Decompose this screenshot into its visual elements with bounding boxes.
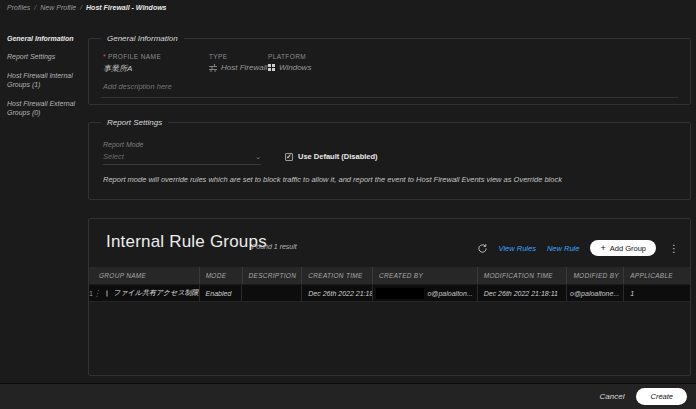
platform-field: Platform Windows <box>268 53 311 72</box>
row-checkbox[interactable] <box>106 290 108 297</box>
header-description[interactable]: Description <box>242 267 302 284</box>
creation-time-value: Dec 26th 2022 21:18:11 <box>301 285 372 301</box>
host-firewall-icon <box>209 64 217 72</box>
created-by-value: o@paloalton... <box>427 290 472 297</box>
general-information-section: General Information *Profile Name 事業所A T… <box>88 38 691 105</box>
sidebar-item-general-information[interactable]: General Information <box>7 34 93 43</box>
drag-handle-icon[interactable]: ⋮ <box>93 289 101 298</box>
cancel-button[interactable]: Cancel <box>600 392 625 401</box>
footer-action-bar: Cancel Create <box>0 383 696 409</box>
sidebar-item-internal-groups[interactable]: Host Firewall Internal Groups (1) <box>7 71 93 90</box>
sync-icon[interactable] <box>477 243 488 254</box>
header-applicable[interactable]: Applicable <box>623 267 690 284</box>
modification-time-value: Dec 26th 2022 21:18:11 <box>477 285 567 301</box>
profile-name-field: *Profile Name 事業所A <box>103 53 161 74</box>
sidebar: General Information Report Settings Host… <box>7 34 93 127</box>
applicable-value: 1 <box>623 285 690 301</box>
view-rules-link[interactable]: View Rules <box>499 244 536 253</box>
type-label: Type <box>209 53 267 60</box>
description-underline <box>101 97 678 98</box>
header-created-by[interactable]: Created By <box>372 267 477 284</box>
platform-label: Platform <box>268 53 311 60</box>
platform-value: Windows <box>279 63 311 72</box>
breadcrumb-separator: / <box>34 4 36 11</box>
rule-groups-toolbar: View Rules New Rule + Add Group ⋮ <box>477 240 681 256</box>
header-creation-time[interactable]: Creation Time <box>301 267 372 284</box>
sidebar-item-report-settings[interactable]: Report Settings <box>7 52 93 61</box>
profile-name-label: Profile Name <box>108 53 161 60</box>
report-mode-select[interactable]: Select ⌄ <box>103 152 261 165</box>
table-row[interactable]: 1 ⋮ ファイル共有アクセス制限 Enabled Dec 26th 2022 2… <box>89 285 690 302</box>
report-mode-placeholder: Select <box>103 152 124 161</box>
internal-rule-groups-section: Internal Rule Groups Found 1 result View… <box>88 218 691 376</box>
use-default-label: Use Default (Disabled) <box>298 152 378 161</box>
add-group-button[interactable]: + Add Group <box>590 240 656 256</box>
required-asterisk-icon: * <box>103 53 106 60</box>
breadcrumb: Profiles / New Profile / Host Firewall -… <box>7 4 167 11</box>
type-value: Host Firewall <box>221 63 267 72</box>
internal-rule-groups-title: Internal Rule Groups <box>106 232 267 252</box>
report-mode-label: Report Mode <box>103 141 143 148</box>
breadcrumb-new-profile[interactable]: New Profile <box>40 4 76 11</box>
header-modified-by[interactable]: Modified By <box>566 267 623 284</box>
kebab-menu-icon[interactable]: ⋮ <box>667 243 681 254</box>
header-modification-time[interactable]: Modification Time <box>477 267 567 284</box>
description-value <box>241 285 301 301</box>
general-information-title: General Information <box>101 34 184 43</box>
breadcrumb-current: Host Firewall - Windows <box>86 4 166 11</box>
sidebar-item-external-groups[interactable]: Host Firewall External Groups (0) <box>7 99 93 118</box>
plus-icon: + <box>600 244 605 253</box>
table-header: Group Name Mode Description Creation Tim… <box>89 267 690 284</box>
header-group-name[interactable]: Group Name <box>89 267 199 284</box>
create-button[interactable]: Create <box>636 388 687 405</box>
windows-logo-icon <box>268 64 275 71</box>
report-settings-title: Report Settings <box>101 118 168 127</box>
result-count: Found 1 result <box>252 243 297 250</box>
mode-value: Enabled <box>199 285 242 301</box>
header-mode[interactable]: Mode <box>199 267 242 284</box>
description-input[interactable]: Add description here <box>103 82 172 91</box>
add-group-label: Add Group <box>610 244 646 253</box>
breadcrumb-separator: / <box>80 4 82 11</box>
redaction-box <box>566 288 567 299</box>
profile-name-input[interactable]: 事業所A <box>103 63 161 74</box>
group-name-value: ファイル共有アクセス制限 <box>113 288 198 298</box>
report-settings-section: Report Settings Report Mode Select ⌄ ✓ U… <box>88 122 691 200</box>
breadcrumb-profiles[interactable]: Profiles <box>7 4 30 11</box>
chevron-down-icon: ⌄ <box>255 155 261 159</box>
new-rule-link[interactable]: New Rule <box>547 244 580 253</box>
report-mode-note: Report mode will override rules which ar… <box>103 175 676 184</box>
modified-by-value: o@paloaltone... <box>570 290 619 297</box>
type-field: Type Host Firewall <box>209 53 267 72</box>
redaction-box <box>376 288 424 299</box>
use-default-checkbox[interactable]: ✓ <box>285 153 293 161</box>
